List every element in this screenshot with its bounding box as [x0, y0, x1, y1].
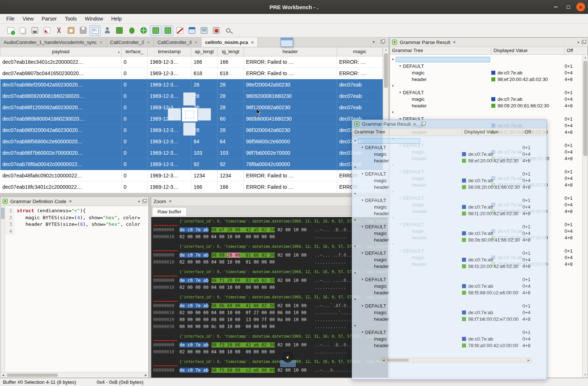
tree-node-field[interactable]: magicde:c0:7e:ab0+4: [390, 96, 588, 102]
overview-ruler[interactable]: [0, 206, 5, 372]
scrollbar-thumb[interactable]: [384, 53, 388, 88]
grid-view-2-button[interactable]: [162, 25, 173, 36]
table-row[interactable]: dec07eab98f7b60002e70000020…01969-12-3…1…: [0, 147, 383, 158]
floating-horizontal-scrollbar[interactable]: ◀ ▶: [381, 358, 532, 363]
tree-node-default[interactable]: ▾DEFAULT0+1: [390, 89, 588, 96]
expander-icon[interactable]: ▾: [354, 271, 356, 275]
tab-close-icon[interactable]: ×: [147, 40, 150, 45]
code-line[interactable]: 4: [5, 228, 140, 235]
expander-icon[interactable]: ▾: [392, 110, 394, 114]
tree-node-field[interactable]: header98:ef:20:00:42:a5:02:304+8: [352, 157, 547, 164]
copy-page-button[interactable]: [17, 25, 28, 36]
tree-node-field[interactable]: magicde:c0:7e:ab0+4: [352, 309, 547, 316]
user-button[interactable]: [101, 25, 113, 36]
scroll-up-icon[interactable]: ▴: [583, 55, 588, 60]
menu-tools[interactable]: Tools: [61, 15, 81, 23]
expander-icon[interactable]: ▾: [362, 225, 363, 228]
minimize-button[interactable]: [551, 3, 560, 11]
paste-button[interactable]: [65, 25, 77, 36]
column-offset[interactable]: Off: [522, 128, 547, 136]
scroll-left-icon[interactable]: ◀: [381, 359, 386, 362]
tree-node-field[interactable]: header98:0b:60:00:41:66:02:304+8: [352, 236, 547, 243]
panel-menu-dropdown-icon[interactable]: ▾: [577, 40, 579, 44]
tab-float-icon[interactable]: [380, 40, 385, 45]
save-button[interactable]: [29, 25, 40, 36]
tab-close-icon[interactable]: ×: [195, 40, 197, 45]
tree-node-root[interactable]: ▾: [352, 217, 547, 223]
tree-node-field[interactable]: magicde:c0:7e:ab0+4: [352, 230, 547, 236]
tree-node-root[interactable]: ▾: [352, 269, 547, 276]
column-header-timestamp[interactable]: timestamp: [148, 47, 191, 56]
tree-node-field[interactable]: header98:f1:20:00:82:a6:02:304+8: [352, 210, 547, 217]
code-line[interactable]: 3 header BYTES(size=(8), show="hex", col…: [5, 221, 140, 228]
tab-callcontroller_3[interactable]: CallController_3×: [154, 37, 201, 47]
expander-icon[interactable]: ▾: [354, 324, 356, 327]
tab-callcontroller_2[interactable]: CallController_2×: [106, 37, 154, 47]
tree-node-field[interactable]: magicde:c0:7e:ab0+4: [352, 283, 547, 289]
debug-bug-button[interactable]: [126, 25, 137, 36]
expander-icon[interactable]: ▾: [362, 198, 363, 202]
code-line[interactable]: 2 magic BYTES(size=(4), show="hex", colo…: [5, 215, 140, 222]
external-window-button[interactable]: [186, 25, 197, 36]
tab-list-dropdown-icon[interactable]: ▾: [371, 40, 377, 45]
tree-node-field[interactable]: magicde:c0:7e:ab0+4: [352, 256, 547, 263]
tree-node-field[interactable]: magicde:c0:7e:ab0+4: [390, 69, 588, 76]
menu-window[interactable]: Window: [81, 15, 107, 23]
column-offset[interactable]: Off: [565, 47, 588, 54]
tab-close-icon[interactable]: ×: [100, 40, 103, 45]
code-line[interactable]: 1struct (endianness="<"){: [5, 208, 140, 215]
expander-icon[interactable]: ▾: [354, 245, 356, 248]
dock-target-right[interactable]: [198, 108, 211, 121]
menu-help[interactable]: Help: [107, 15, 126, 23]
tree-node-default[interactable]: ▾DEFAULT0+1: [352, 250, 547, 256]
dock-target-center[interactable]: [182, 107, 198, 122]
expander-icon[interactable]: ▾: [354, 297, 356, 301]
column-header-iglengt[interactable]: ig_lengt: [217, 47, 244, 56]
scroll-down-button[interactable]: ▼: [282, 352, 293, 363]
tab-audiocontroller_1_handlevocoderinfo_sync[interactable]: AudioController_1_handleVocoderInfo_sync…: [0, 37, 106, 47]
expander-icon[interactable]: ▾: [392, 58, 394, 61]
close-button[interactable]: ×: [576, 3, 585, 11]
scroll-down-icon[interactable]: ▾: [583, 372, 588, 378]
tree-node-field[interactable]: header98:09:20:00:81:66:02:304+8: [390, 102, 588, 109]
record-button[interactable]: [210, 25, 222, 36]
dock-target-top[interactable]: [183, 92, 196, 106]
code-horizontal-scrollbar[interactable]: ◀ ▶: [0, 372, 148, 378]
tree-node-root[interactable]: ▾: [390, 56, 588, 63]
expander-icon[interactable]: ▾: [399, 91, 401, 94]
tree-node-root[interactable]: ▾: [352, 164, 547, 170]
tree-node-root[interactable]: ▾: [390, 82, 588, 89]
expander-icon[interactable]: ▾: [362, 251, 363, 255]
scrollbar-thumb[interactable]: [387, 359, 409, 361]
floating-grammar-parse-result[interactable]: Grammar Parse Result × Grammar Tree Disp…: [352, 120, 547, 380]
tree-node-default[interactable]: ▾DEFAULT0+1: [352, 144, 547, 151]
search-button[interactable]: [222, 25, 234, 36]
tree-node-field[interactable]: magicde:c0:7e:ab0+4: [352, 151, 547, 157]
code-editor[interactable]: 1struct (endianness="<"){2 magic BYTES(s…: [0, 206, 148, 372]
dock-vertical-scrollbar[interactable]: ▴ ▾: [582, 55, 588, 378]
scroll-up-icon[interactable]: ▴: [383, 47, 389, 52]
tree-node-editor[interactable]: [358, 138, 420, 144]
display-button[interactable]: [198, 25, 210, 36]
table-row[interactable]: dec07eab48fa8c0902c10000022…01969-12-3…1…: [0, 170, 383, 181]
column-grammar-tree[interactable]: Grammar Tree: [352, 128, 462, 136]
screenshot-button[interactable]: [114, 25, 125, 36]
tree-node-field[interactable]: header98:f5:68:00:c2:e6:00:004+8: [352, 289, 547, 296]
table-row[interactable]: dec07eab98f56800c2e60000020…01969-12-3…6…: [0, 136, 383, 147]
tree-node-editor[interactable]: [396, 57, 490, 62]
tree-node-default[interactable]: ▾DEFAULT0+1: [352, 197, 547, 203]
cut-button[interactable]: [53, 25, 64, 36]
column-header-header[interactable]: header: [244, 47, 337, 56]
dock-target-bottom[interactable]: [183, 122, 196, 136]
panel-close-icon[interactable]: ×: [169, 198, 172, 204]
expander-icon[interactable]: ▾: [354, 139, 356, 143]
column-header-magic[interactable]: magic: [337, 47, 382, 56]
ruler-thumb[interactable]: [1, 208, 4, 219]
panel-close-icon[interactable]: ×: [413, 121, 416, 127]
menu-file[interactable]: File: [2, 15, 19, 23]
maximize-button[interactable]: [564, 3, 573, 11]
new-file-button[interactable]: [5, 25, 16, 36]
tree-node-default[interactable]: ▾DEFAULT0+1: [352, 329, 547, 335]
export-button[interactable]: [41, 25, 52, 36]
column-header-aplengt[interactable]: ap_lengt: [191, 47, 218, 56]
